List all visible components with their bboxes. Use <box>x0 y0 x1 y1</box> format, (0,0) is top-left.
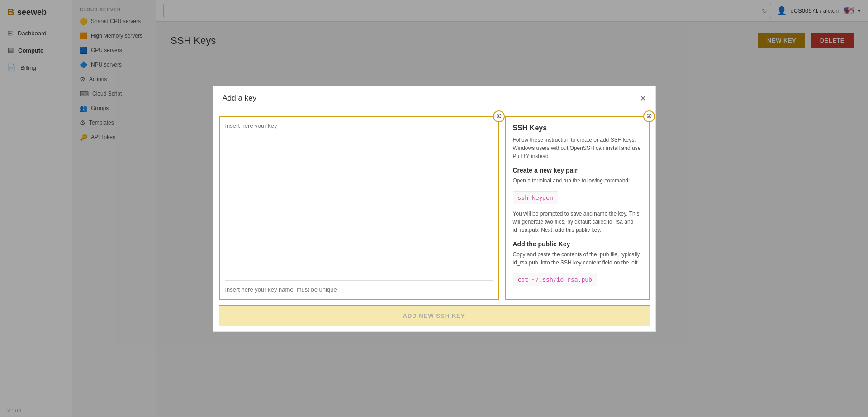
info-title: SSH Keys <box>513 124 641 132</box>
dialog-footer: ADD NEW SSH KEY <box>219 305 650 326</box>
key-content-textarea[interactable] <box>225 122 493 277</box>
dialog-title: Add a key <box>223 94 257 103</box>
ssh-keygen-command: ssh-keygen <box>513 191 558 204</box>
close-button[interactable]: × <box>640 94 646 103</box>
create-key-note: You will be prompted to save and name th… <box>513 210 641 234</box>
add-public-key-text: Copy and paste the contents of the .pub … <box>513 250 641 267</box>
key-name-divider <box>225 280 493 293</box>
dialog-right-panel: ② SSH Keys Follow these instruction to c… <box>505 116 650 300</box>
dialog-header: Add a key × <box>213 86 655 110</box>
dialog-left-panel: ① <box>219 116 499 300</box>
create-key-text: Open a terminal and run the following co… <box>513 177 641 185</box>
create-key-title: Create a new key pair <box>513 167 641 174</box>
key-name-input[interactable] <box>225 286 493 293</box>
add-public-key-title: Add the public Key <box>513 240 641 248</box>
modal-overlay: Add a key × ① ② SSH Keys Follow these in… <box>0 0 868 417</box>
panel-number-2: ② <box>643 110 655 122</box>
add-ssh-key-button[interactable]: ADD NEW SSH KEY <box>219 306 650 326</box>
add-key-dialog: Add a key × ① ② SSH Keys Follow these in… <box>213 86 656 332</box>
panel-number-1: ① <box>493 110 505 122</box>
info-intro: Follow these instruction to create or ad… <box>513 136 641 160</box>
cat-command: cat ~/.ssh/id_rsa.pub <box>513 273 597 286</box>
dialog-body: ① ② SSH Keys Follow these instruction to… <box>213 110 655 305</box>
